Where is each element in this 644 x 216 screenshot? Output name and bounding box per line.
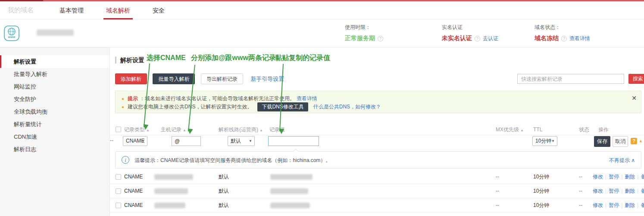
domain-globe-icon: WWW: [3, 25, 20, 41]
chevron-down-icon: ▼: [249, 137, 252, 146]
top-nav: 我的域名 基本管理 域名解析 安全: [0, 1, 644, 19]
modify-link[interactable]: 修改: [593, 188, 603, 194]
row-type: CNAME: [124, 170, 143, 184]
collapse-icon[interactable]: ∧: [631, 157, 635, 163]
sidebar-item-batch-import[interactable]: 批量导入解析: [0, 68, 109, 80]
row-ttl: 10分钟: [533, 198, 549, 213]
remark-link[interactable]: 备注: [641, 188, 644, 194]
domain-name-redacted: [37, 29, 74, 36]
main-content: 解析设置 选择CNAME 分别添加@跟www两条记录 黏贴复制的记录值 添加解析…: [110, 48, 644, 216]
cancel-button[interactable]: 取消: [613, 136, 628, 147]
ttl-select[interactable]: 10分钟 ▼: [532, 136, 557, 146]
sidebar-item-site-monitoring[interactable]: 网站监控: [0, 80, 109, 93]
dismiss-tip-link[interactable]: 不再提示 ∧: [609, 157, 635, 164]
sidebar-item-resolution-settings[interactable]: 解析设置: [0, 55, 109, 68]
sidebar-item-cdn-acceleration[interactable]: CDN加速: [0, 130, 109, 143]
tab-basic-management[interactable]: 基本管理: [59, 1, 84, 19]
row-mx: --: [496, 170, 499, 184]
status-help-icon[interactable]: ?: [561, 36, 567, 41]
row-checkbox[interactable]: [116, 203, 121, 208]
record-value-input[interactable]: [268, 136, 319, 146]
remark-link[interactable]: 备注: [641, 174, 644, 180]
close-icon[interactable]: ✕: [631, 95, 637, 102]
batch-import-button[interactable]: 批量导入解析: [153, 73, 195, 84]
sort-asc-icon[interactable]: ▲: [183, 128, 186, 132]
sort-asc-icon[interactable]: ▲: [259, 128, 263, 132]
sidebar-item-resolution-logs[interactable]: 解析日志: [0, 143, 109, 156]
select-all-checkbox[interactable]: [116, 127, 121, 132]
resolution-line-select[interactable]: 默认 ▼: [228, 136, 255, 146]
page-title: 解析设置: [115, 57, 144, 64]
delete-link[interactable]: 删除: [625, 202, 635, 208]
notice-line-1-text: ：域名如未进行域名实名认证，可能会导致域名解析无法正常使用。: [140, 95, 295, 103]
row-value-redacted: [270, 188, 308, 194]
col-operations: 操作: [598, 124, 609, 135]
sidebar-item-global-load-balancing[interactable]: 全球负载均衡: [0, 105, 109, 118]
record-type-select[interactable]: CNAME ▼: [123, 136, 147, 146]
col-record-value: 记录值: [269, 124, 285, 135]
domain-header: WWW 使用时限： 正常服务期 ? 实名认证 未实名认证 ? 去认证 域名状态：…: [0, 19, 644, 48]
beginner-guide-link[interactable]: 新手引导设置: [250, 76, 284, 82]
tab-dns-resolution[interactable]: 域名解析: [106, 1, 130, 19]
host-record-input[interactable]: [172, 136, 201, 146]
toolbar: 添加解析 批量导入解析 导出解析记录 新手引导设置: [115, 73, 284, 84]
usage-period-label: 使用时限：: [345, 24, 383, 31]
cname-tip-text: 温馨提示：CNAME记录值请填写空间服务商提供给您的域名（例如：hichina.…: [134, 157, 331, 164]
realname-label: 实名认证: [442, 24, 498, 31]
tab-security[interactable]: 安全: [153, 1, 165, 19]
search-button[interactable]: 搜索: [628, 74, 644, 84]
usage-period-block: 使用时限： 正常服务期 ?: [345, 24, 383, 42]
sort-asc-icon[interactable]: ▲: [146, 128, 150, 132]
save-button[interactable]: 保存: [594, 136, 610, 147]
modify-link[interactable]: 修改: [593, 202, 603, 208]
row-mx: --: [496, 198, 499, 213]
sort-asc-icon[interactable]: ▲: [520, 128, 524, 132]
delete-link[interactable]: 删除: [625, 174, 635, 180]
col-record-type[interactable]: 记录类型▲: [124, 124, 150, 135]
record-edit-row: CNAME ▼ 默认 ▼ -- 10分钟 ▼ 保存 取消 ? ▲: [110, 135, 644, 149]
domain-status-block: 域名状态： 域名冻结 ? 查看详情: [535, 24, 590, 42]
search-input[interactable]: [517, 74, 624, 84]
what-is-public-dns-link[interactable]: 什么是公共DNS，如何修改？: [313, 103, 381, 111]
table-row: CNAME 默认 -- 10分钟 -- 修改|暂停|删除|备注: [110, 184, 644, 198]
download-dns-tool-button[interactable]: 下载DNS修改工具: [257, 102, 308, 111]
export-records-button[interactable]: 导出解析记录: [201, 73, 243, 84]
sidebar-item-security-protection[interactable]: 安全防护: [0, 93, 109, 105]
realname-value: 未实名认证: [442, 35, 472, 42]
notice-view-details-link[interactable]: 查看详情: [297, 95, 317, 103]
annotation-paste-value: 黏贴复制的记录值: [275, 54, 330, 63]
sidebar-item-resolution-stats[interactable]: 解析量统计: [0, 118, 109, 130]
pause-link[interactable]: 暂停: [609, 188, 619, 194]
svg-text:WWW: WWW: [8, 36, 16, 38]
row-mx: --: [496, 184, 499, 198]
modify-link[interactable]: 修改: [593, 174, 603, 180]
col-resolution-line[interactable]: 解析线路(运营商)▲: [219, 124, 263, 135]
domain-status-value: 域名冻结: [535, 35, 559, 42]
notice-line-2: ● 建议您在电脑上修改公共DNS，让解析设置实时生效。 下载DNS修改工具 什么…: [122, 103, 635, 111]
dns-console-page: 我的域名 基本管理 域名解析 安全 WWW 使用时限： 正常服务期 ? 实名认证…: [0, 0, 644, 216]
help-icon[interactable]: ?: [631, 138, 637, 144]
annotation-add-records: 分别添加@跟www两条记录: [191, 54, 276, 63]
view-details-link[interactable]: 查看详情: [569, 35, 590, 42]
remark-link[interactable]: 备注: [641, 202, 644, 208]
cname-tip-box: i 温馨提示：CNAME记录值请填写空间服务商提供给您的域名（例如：hichin…: [115, 151, 641, 168]
delete-link[interactable]: 删除: [625, 188, 635, 194]
col-mx-priority[interactable]: MX优先级▲: [496, 124, 524, 135]
col-ttl: TTL: [533, 124, 542, 135]
realname-help-icon[interactable]: ?: [475, 36, 480, 41]
add-record-button[interactable]: 添加解析: [115, 73, 147, 84]
mx-value: --: [110, 137, 113, 143]
row-status: --: [579, 184, 582, 198]
row-type: CNAME: [124, 184, 143, 198]
row-checkbox[interactable]: [116, 188, 121, 194]
col-host-record[interactable]: 主机记录▲: [161, 124, 186, 135]
row-type: CNAME: [124, 198, 143, 213]
notice-banner: ● 提示 ：域名如未进行域名实名认证，可能会导致域名解析无法正常使用。 查看详情…: [115, 91, 641, 113]
usage-help-icon[interactable]: ?: [378, 36, 383, 41]
row-actions: 修改|暂停|删除|备注: [593, 184, 644, 198]
row-checkbox[interactable]: [116, 174, 121, 180]
pause-link[interactable]: 暂停: [609, 174, 619, 180]
go-verify-link[interactable]: 去认证: [483, 35, 498, 42]
pause-link[interactable]: 暂停: [609, 202, 619, 208]
chevron-down-icon: ▼: [551, 137, 555, 146]
